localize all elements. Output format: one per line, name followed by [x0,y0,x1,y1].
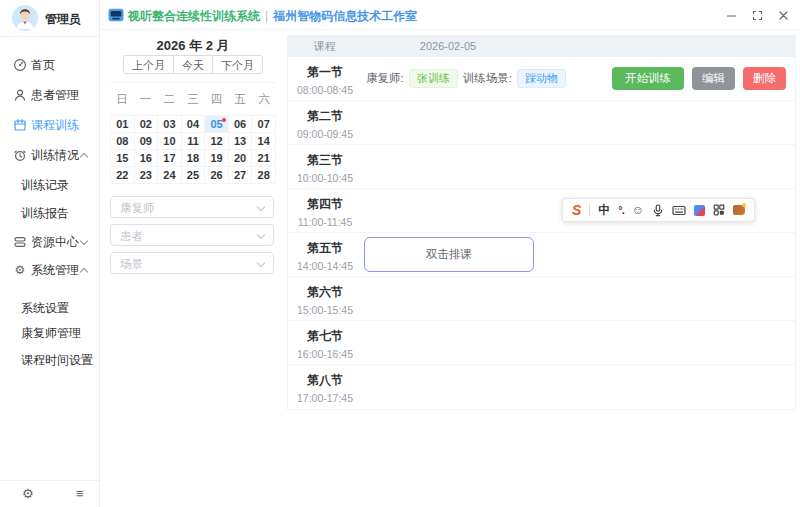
period-cell: 第六节 15:00-15:45 [288,284,362,316]
calendar-date[interactable]: 18 [182,150,206,167]
calendar-date[interactable]: 20 [229,150,253,167]
sogou-logo-icon[interactable]: S [572,202,581,218]
calendar-date[interactable]: 04 [182,116,206,133]
sidebar-item-label: 训练情况 [31,145,79,165]
therapist-label: 康复师: [366,71,404,86]
schedule-cell[interactable] [364,103,534,143]
calendar-date[interactable]: 11 [182,133,206,150]
sidebar-item-training-status[interactable]: 训练情况 [0,145,99,165]
scene-select[interactable]: 场景 [110,252,274,274]
schedule-row-2: 第二节 09:00-09:45 [288,101,795,145]
weekday-label: 五 [229,92,253,107]
calendar-grid: 01 02 03 04 05 06 07 08 09 10 11 12 13 1… [110,115,276,184]
time-label: 16:00-16:45 [288,348,362,360]
schedule-cell[interactable] [364,191,534,231]
course-column-header: 课程 [288,39,362,54]
double-click-schedule-box[interactable]: 双击排课 [364,237,534,272]
delete-button[interactable]: 删除 [743,67,786,90]
close-button[interactable] [776,8,790,22]
calendar-date[interactable]: 21 [252,150,276,167]
calendar-date[interactable]: 22 [111,167,135,184]
calendar-date[interactable]: 19 [205,150,229,167]
calendar-date[interactable]: 09 [135,133,159,150]
period-cell: 第二节 09:00-09:45 [288,108,362,140]
calendar-date[interactable]: 28 [252,167,276,184]
calendar-date[interactable]: 14 [252,133,276,150]
sidebar-item-patients[interactable]: 患者管理 [0,85,99,105]
skin-palette-icon[interactable] [733,202,745,218]
schedule-row-8: 第八节 17:00-17:45 [288,365,795,409]
maximize-button[interactable] [750,8,764,22]
weekday-label: 三 [181,92,205,107]
patient-select[interactable]: 患者 [110,224,274,246]
calendar-date[interactable]: 15 [111,150,135,167]
calendar-date[interactable]: 07 [252,116,276,133]
period-cell: 第四节 11:00-11:45 [288,196,362,228]
schedule-row-4: 第四节 11:00-11:45 S 中 °. ☺ [288,189,795,233]
calendar-month-title: 2026 年 2 月 [110,37,276,55]
selected-date-label: 05 [210,118,222,130]
schedule-cell[interactable] [364,323,534,363]
chevron-down-icon [257,203,265,211]
next-month-button[interactable]: 下个月 [212,55,263,74]
therapist-tag: 张训练 [409,69,458,88]
sidebar-footer: ⚙ ≡ [0,480,99,507]
calendar-date[interactable]: 12 [205,133,229,150]
sidebar-item-training-records[interactable]: 训练记录 [0,175,99,195]
calendar-date[interactable]: 27 [229,167,253,184]
schedule-table: 课程 2026-02-05 第一节 08:00-08:45 康复师: 张训练 训… [287,35,796,410]
database-icon [13,235,27,249]
schedule-cell[interactable] [364,367,534,407]
keyboard-icon[interactable] [672,202,686,218]
emoji-icon[interactable]: ☺ [632,202,644,218]
calendar-date[interactable]: 26 [205,167,229,184]
calendar-date[interactable]: 16 [135,150,159,167]
sidebar-item-resource-center[interactable]: 资源中心 [0,232,99,252]
sidebar-item-system-settings[interactable]: 系统设置 [0,298,99,318]
settings-gear-icon[interactable]: ⚙ [22,486,34,501]
session-info: 康复师: 张训练 训练场景: 踩动物 [366,57,566,100]
sidebar-item-course-training[interactable]: 课程训练 [0,115,99,135]
sidebar-item-home[interactable]: 首页 [0,55,99,75]
time-label: 08:00-08:45 [288,84,362,96]
start-training-button[interactable]: 开始训练 [612,67,684,90]
microphone-icon[interactable] [652,202,664,218]
calendar-date[interactable]: 08 [111,133,135,150]
calendar-date[interactable]: 03 [158,116,182,133]
schedule-cell[interactable] [364,147,534,187]
sidebar-item-course-time-settings[interactable]: 课程时间设置 [0,350,99,370]
calendar-date[interactable]: 01 [111,116,135,133]
today-button[interactable]: 今天 [173,55,213,74]
ime-toolbar: S 中 °. ☺ [562,198,755,222]
calendar-date[interactable]: 25 [182,167,206,184]
divider [110,82,276,83]
collapse-menu-icon[interactable]: ≡ [76,486,84,501]
calendar-date[interactable]: 24 [158,167,182,184]
weekday-label: 六 [252,92,276,107]
schedule-cell[interactable] [364,279,534,319]
therapist-select[interactable]: 康复师 [110,196,274,218]
prev-month-button[interactable]: 上个月 [123,55,174,74]
sidebar-item-label: 首页 [31,55,55,75]
chinese-mode-icon[interactable]: 中 [598,202,610,218]
user-profile[interactable]: 管理员 [0,0,99,37]
calendar-date[interactable]: 10 [158,133,182,150]
title-separator: | [265,9,268,23]
calendar-date[interactable]: 23 [135,167,159,184]
sidebar-item-therapist-management[interactable]: 康复师管理 [0,323,99,343]
calendar-date[interactable]: 02 [135,116,159,133]
punctuation-icon[interactable]: °. [618,202,623,218]
calendar-date[interactable]: 13 [229,133,253,150]
edit-button[interactable]: 编辑 [692,67,735,90]
period-label: 第六节 [288,284,362,301]
skin-gradient-icon[interactable] [694,202,705,218]
calendar-date-selected[interactable]: 05 [205,116,229,133]
toolbox-grid-icon[interactable] [713,202,725,218]
sidebar-item-training-reports[interactable]: 训练报告 [0,203,99,223]
minimize-button[interactable] [724,8,738,22]
calendar-date[interactable]: 17 [158,150,182,167]
schedule-row-6: 第六节 15:00-15:45 [288,277,795,321]
calendar-date[interactable]: 06 [229,116,253,133]
sidebar-item-system-management[interactable]: ⚙ 系统管理 [0,260,99,280]
weekday-label: 四 [205,92,229,107]
